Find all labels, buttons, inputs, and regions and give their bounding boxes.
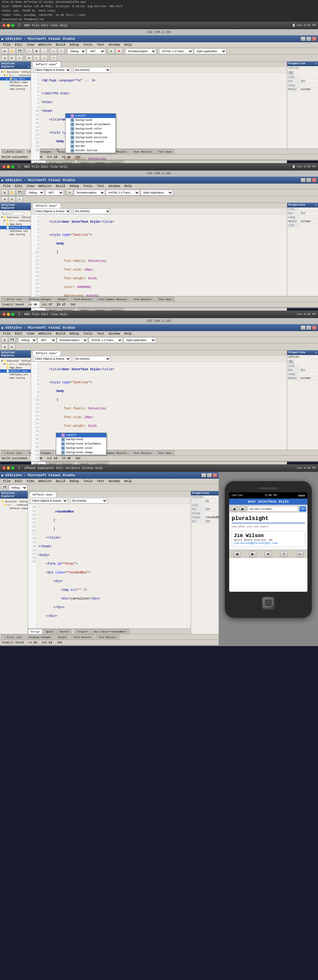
format-dropdown-2[interactable]: formatexception <box>74 190 105 196</box>
m-file-4[interactable]: File <box>1 479 13 484</box>
default-aspx-item-1[interactable]: 📄 Default.aspx <box>0 80 31 84</box>
iphone-go-btn[interactable]: Go <box>299 506 306 512</box>
close-win-1[interactable]: ✕ <box>312 37 317 41</box>
test-results-4[interactable]: Test Results <box>95 635 119 640</box>
edit-menu-3[interactable]: Edit <box>41 313 48 316</box>
tb-back-2[interactable]: ◀ <box>1 196 8 202</box>
help-menu-4[interactable]: Help <box>95 466 102 470</box>
find-symbol-tab-2[interactable]: Find Symbol Results <box>95 297 129 302</box>
menu-build-3[interactable]: Build <box>54 331 67 337</box>
tb-copy[interactable]: ◙ <box>33 48 40 54</box>
prop2-value-media[interactable]: screen <box>300 220 318 224</box>
menu-help-1[interactable]: Help <box>122 42 134 48</box>
appdata-item-1[interactable]: ▶ 📁 App_Data <box>0 77 31 80</box>
help-menu-2[interactable]: Help <box>60 165 67 169</box>
ac-bg-attach-3[interactable]: b background-attachment <box>56 442 106 446</box>
ac-item-background[interactable]: b background <box>65 118 116 123</box>
tb-save-3[interactable]: 💾 <box>9 337 16 343</box>
restore-win-1[interactable]: □ <box>306 37 311 41</box>
project-item-1[interactable]: ▼ 📁 C:\...\UIStyIes <box>0 74 31 77</box>
minimize-win-1[interactable]: _ <box>301 37 305 41</box>
tb-back-3[interactable]: ◀ <box>1 344 8 350</box>
restore-3[interactable]: □ <box>306 326 311 330</box>
tb-breakpoint[interactable]: ● <box>26 55 33 61</box>
props-num-3[interactable]: 21 <box>288 360 294 364</box>
roundedbox-tab-4[interactable]: div class="roundedBox" <box>91 629 129 634</box>
appdata-3[interactable]: 📁 App_Data <box>0 366 31 369</box>
split-tab-4[interactable]: Split <box>43 629 56 634</box>
tb-open-2[interactable]: 📂 <box>9 189 16 196</box>
find-results-tab-2[interactable]: Find Results <box>71 297 94 302</box>
aspx-4[interactable]: 📄 Default.aspx <box>0 507 28 510</box>
minimize-btn-1[interactable] <box>7 24 10 27</box>
no-events-3[interactable]: (No Events) <box>73 356 111 361</box>
design-tab-4[interactable]: Design <box>28 629 43 634</box>
maximize-btn-1[interactable] <box>11 24 14 27</box>
source-tab-4[interactable]: Source <box>57 629 72 634</box>
m-build-4[interactable]: Build <box>54 479 67 484</box>
prop3-val-lang[interactable] <box>300 372 318 377</box>
ac-bg-color-3[interactable]: b background-color <box>56 446 106 450</box>
xhtml-dd-3[interactable]: XHTML 1.0 Trans... <box>89 337 122 343</box>
ac-item-border-bot[interactable]: b border-bottom <box>65 148 116 153</box>
m-help-4[interactable]: Help <box>122 479 134 484</box>
sys-menu-view[interactable]: View <box>50 24 58 27</box>
menu-debug-1[interactable]: Debug <box>68 42 81 48</box>
editor-tab-default-1[interactable]: Default.aspx* <box>32 62 61 67</box>
tb-back[interactable]: ◀ <box>1 55 8 61</box>
tb-save-2[interactable]: 💾 <box>16 189 23 196</box>
format-dropdown-1[interactable]: formatexception <box>125 48 156 54</box>
close-3[interactable]: ✕ <box>312 326 317 330</box>
sln-2[interactable]: 📄 UIStyIes.sln <box>0 229 31 233</box>
project-2[interactable]: ▼ 📁 C:\...\UIStyIes <box>0 219 31 223</box>
output-tab-2[interactable]: Output <box>55 297 70 302</box>
apple-icon[interactable]:  <box>19 23 21 28</box>
tb-step[interactable]: ▷ <box>33 55 40 61</box>
error-list-4[interactable]: ⚠ Error List <box>1 635 25 640</box>
format-dd-3[interactable]: formatexception <box>57 337 88 343</box>
appdata-2[interactable]: 📁 App_Data <box>0 223 31 226</box>
xhtml-dropdown-2[interactable]: XHTML 1.0 Trans... <box>106 190 140 196</box>
menu-tools-1[interactable]: Tools <box>81 42 94 48</box>
m-view-4[interactable]: View <box>25 479 36 484</box>
menu-window-3[interactable]: Window <box>107 331 122 337</box>
min-btn-4[interactable] <box>7 466 10 470</box>
tb-undo[interactable]: ↩ <box>50 48 57 54</box>
ac-azmuth-3[interactable]: a azmuth <box>56 433 106 438</box>
webconfig-2[interactable]: 📄 web.config <box>0 233 31 236</box>
tb-redo[interactable]: ↪ <box>58 48 65 54</box>
prop-value-dir[interactable]: ltr <box>300 80 318 84</box>
minimize-btn-3[interactable] <box>7 313 10 316</box>
defaultaspx-2[interactable]: 📄 Default.aspx <box>0 226 31 229</box>
apple-icon-4[interactable]:  <box>19 466 21 471</box>
prop3-val-media[interactable]: screen <box>300 377 318 380</box>
menu-tools-3[interactable]: Tools <box>81 331 94 337</box>
test-runs-tab-2[interactable]: Test Runs <box>156 297 175 302</box>
ac-item-bg-color[interactable]: b background-color <box>65 127 116 131</box>
code-text-4[interactable]: .roundedBox { } </style> </head> <body> … <box>37 504 191 628</box>
dotnet-dropdown-1[interactable]: .NET <box>87 48 105 54</box>
ac-bg-3[interactable]: b background <box>56 438 106 442</box>
rdc-menu-3[interactable]: RDC <box>24 313 30 316</box>
solution-root-3[interactable]: ▼ 📁 Solution 'UIStyIes' (1 p <box>0 359 31 363</box>
editor-tab-3[interactable]: Default.aspx* <box>32 350 61 356</box>
m-window-4[interactable]: Window <box>107 479 122 484</box>
project-3[interactable]: ▼ 📁 C:\...\UIStyIes <box>0 363 31 366</box>
close-btn-4[interactable] <box>3 466 6 470</box>
client-obj-3[interactable]: Client Objects & Events <box>33 356 71 361</box>
menu-window-1[interactable]: Window <box>107 42 122 48</box>
prop-value-lang[interactable] <box>300 84 318 88</box>
m-debug-4[interactable]: Debug <box>68 479 81 484</box>
props-close-2[interactable]: ✕ <box>315 204 317 207</box>
window-menu-4[interactable]: Window <box>82 466 93 470</box>
menu-debug-2[interactable]: Debug <box>68 184 81 189</box>
se-proj-4[interactable]: 📁 C:\...\UIStyIes <box>0 503 28 507</box>
menu-view-3[interactable]: View <box>25 331 36 337</box>
ac-item-border[interactable]: b border <box>65 144 116 148</box>
client-objects-2[interactable]: Client Objects & Events <box>33 208 71 214</box>
se-close-1[interactable]: ✕ <box>28 65 30 68</box>
tb-save-4[interactable]: 💾 <box>1 485 8 491</box>
m-tools-4[interactable]: Tools <box>81 479 94 484</box>
menu-file-1[interactable]: File <box>1 42 13 48</box>
prop2-value-id[interactable] <box>300 207 318 212</box>
